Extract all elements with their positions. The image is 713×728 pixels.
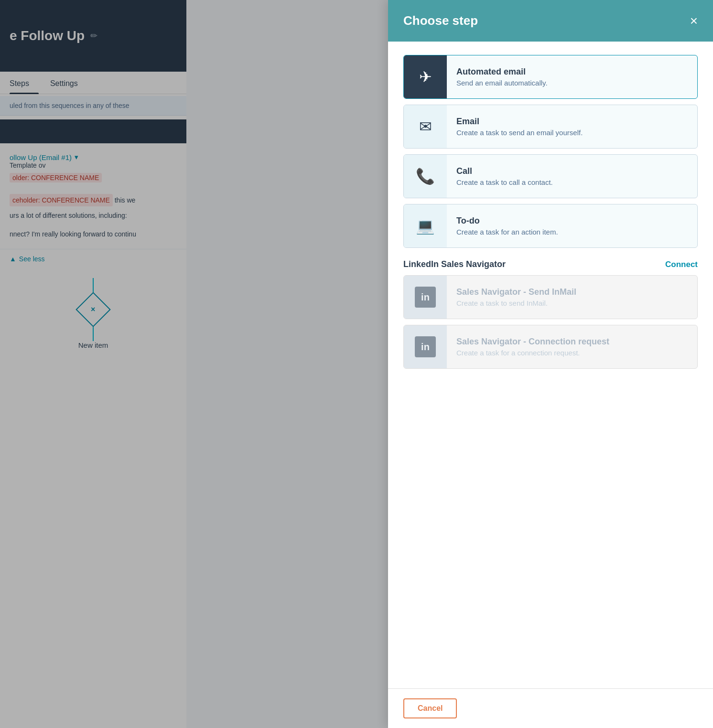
- panel-footer: Cancel: [388, 688, 713, 728]
- todo-desc: Create a task for an action item.: [456, 228, 558, 236]
- email-title: Email: [456, 117, 583, 127]
- todo-icon: 💻: [404, 204, 447, 247]
- automated-email-content: Automated email Send an email automatica…: [447, 59, 557, 95]
- phone-icon: 📞: [416, 167, 435, 185]
- cancel-button[interactable]: Cancel: [403, 698, 457, 718]
- linkedin-logo-icon: in: [415, 287, 436, 308]
- call-card[interactable]: 📞 Call Create a task to call a contact.: [403, 154, 698, 198]
- inmail-content: Sales Navigator - Send InMail Create a t…: [447, 279, 586, 315]
- inmail-desc: Create a task to send InMail.: [456, 299, 576, 307]
- inmail-title: Sales Navigator - Send InMail: [456, 287, 576, 297]
- connection-content: Sales Navigator - Connection request Cre…: [447, 329, 619, 364]
- call-desc: Create a task to call a contact.: [456, 178, 553, 186]
- choose-step-panel: Choose step × ✈ Automated email Send an …: [388, 0, 713, 728]
- todo-card[interactable]: 💻 To-do Create a task for an action item…: [403, 204, 698, 248]
- inmail-icon: in: [404, 276, 447, 319]
- paper-plane-icon: ✈: [419, 68, 432, 86]
- panel-header: Choose step ×: [388, 0, 713, 42]
- email-content: Email Create a task to send an email you…: [447, 109, 592, 144]
- close-button[interactable]: ×: [690, 14, 698, 28]
- linkedin-connect-link[interactable]: Connect: [665, 260, 698, 269]
- linkedin-section-header: LinkedIn Sales Navigator Connect: [403, 259, 698, 269]
- linkedin-logo-icon-2: in: [415, 336, 436, 357]
- connection-request-card: in Sales Navigator - Connection request …: [403, 325, 698, 369]
- call-content: Call Create a task to call a contact.: [447, 159, 562, 194]
- connection-desc: Create a task for a connection request.: [456, 349, 609, 357]
- linkedin-section-title: LinkedIn Sales Navigator: [403, 259, 506, 269]
- call-icon: 📞: [404, 155, 447, 198]
- laptop-icon: 💻: [416, 217, 435, 235]
- email-desc: Create a task to send an email yourself.: [456, 128, 583, 137]
- todo-title: To-do: [456, 216, 558, 226]
- connection-title: Sales Navigator - Connection request: [456, 337, 609, 347]
- automated-email-desc: Send an email automatically.: [456, 79, 548, 87]
- automated-email-title: Automated email: [456, 67, 548, 77]
- call-title: Call: [456, 166, 553, 176]
- panel-title: Choose step: [403, 13, 478, 28]
- todo-content: To-do Create a task for an action item.: [447, 208, 568, 244]
- connection-icon: in: [404, 325, 447, 368]
- automated-email-card[interactable]: ✈ Automated email Send an email automati…: [403, 55, 698, 99]
- email-card[interactable]: ✉ Email Create a task to send an email y…: [403, 105, 698, 149]
- automated-email-icon: ✈: [404, 55, 447, 98]
- email-icon: ✉: [404, 105, 447, 148]
- inmail-card: in Sales Navigator - Send InMail Create …: [403, 275, 698, 319]
- envelope-icon: ✉: [419, 118, 432, 136]
- panel-body: ✈ Automated email Send an email automati…: [388, 42, 713, 688]
